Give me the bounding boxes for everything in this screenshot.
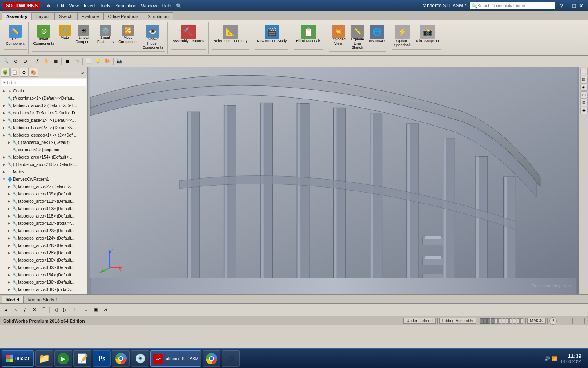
insert-components-btn[interactable]: ⊕ InsertComponents xyxy=(32,23,56,47)
right-btn-1[interactable]: ⬜ xyxy=(580,68,588,75)
tree-item[interactable]: ▶⚙Mates xyxy=(0,168,87,176)
tree-item[interactable]: ▶🔧fabberco_arco<124> (Default... xyxy=(0,235,87,242)
tree-item[interactable]: ▶🔧(-) fabberco_pe<1> (Default) xyxy=(0,139,87,146)
tab-model[interactable]: Model xyxy=(2,296,24,303)
exploded-view-btn[interactable]: 💥 ExplodedView xyxy=(329,23,347,47)
draw-btn-5[interactable]: ⌒ xyxy=(39,305,48,314)
tab-office-products[interactable]: Office Products xyxy=(103,12,143,20)
taskbar-app-daemon[interactable]: 💿 xyxy=(131,350,149,367)
right-btn-3[interactable]: ◈ xyxy=(580,83,588,91)
viewport[interactable]: Z X Y To activate the product xyxy=(88,67,579,294)
smart-fasteners-btn[interactable]: ⚙️ SmartFasteners xyxy=(96,23,115,45)
tree-item[interactable]: ▶🔧fabberco_arco<138> (roda<<... xyxy=(0,286,87,294)
take-snapshot-btn[interactable]: 📸 Take Snapshot xyxy=(414,23,441,45)
taskbar-app-photoshop[interactable]: Ps xyxy=(93,350,111,367)
panel-expand[interactable]: » xyxy=(79,69,86,76)
view-btn-appearance[interactable]: 🎨 xyxy=(103,57,112,66)
view-btn-shade[interactable]: ◼ xyxy=(63,57,72,66)
explode-line-sketch-btn[interactable]: 📏 ExplodeLineSketch xyxy=(349,23,366,51)
draw-btn-2[interactable]: ○ xyxy=(11,305,20,314)
tree-item[interactable]: ▼🔷DerivedCrvPattern1 xyxy=(0,176,87,183)
tree-item[interactable]: ▶🔧fabberco_arco<136> (Default... xyxy=(0,279,87,286)
tree-item[interactable]: ▶🔧fabberco_arco<134> (Default... xyxy=(0,272,87,279)
view-btn-rotate[interactable]: ↺ xyxy=(32,57,41,66)
draw-btn-7[interactable]: ▷ xyxy=(60,305,69,314)
start-button[interactable]: Iniciar xyxy=(2,350,34,367)
draw-btn-11[interactable]: ⊿ xyxy=(100,305,109,314)
edit-menu[interactable]: Edit xyxy=(54,2,66,9)
tab-assembly[interactable]: Assembly xyxy=(2,12,32,20)
draw-btn-9[interactable]: ▫ xyxy=(82,305,91,314)
taskbar-app-vdesk[interactable]: 🖥 xyxy=(222,350,240,367)
draw-btn-3[interactable]: / xyxy=(20,305,29,314)
view-menu[interactable]: View xyxy=(67,2,81,9)
tab-motion-study-1[interactable]: Motion Study 1 xyxy=(24,296,62,303)
tree-item[interactable]: ▶🔧fabberco_arco<2> (Default<<... xyxy=(0,183,87,191)
help-icon-status[interactable]: ? xyxy=(549,317,557,325)
view-btn-zoom-fit[interactable]: 🔍 xyxy=(2,57,11,66)
tree-item[interactable]: 🔧fabberco_arco<130> (Default... xyxy=(0,257,87,264)
tree-item[interactable]: ▶🔧fabberco_arco<126> (Default... xyxy=(0,242,87,249)
view-btn-zoom-out[interactable]: ⊖ xyxy=(20,57,29,66)
clock[interactable]: 11:39 18-03-2014 xyxy=(559,352,583,365)
draw-btn-8[interactable]: ⊥ xyxy=(70,305,79,314)
taskbar-app-explorer[interactable]: 📁 xyxy=(35,350,53,367)
mate-btn[interactable]: 🔗 Mate xyxy=(58,23,72,41)
taskbar-app-media[interactable]: ▶ xyxy=(54,350,72,367)
file-menu[interactable]: File xyxy=(42,2,54,9)
update-speedpak-btn[interactable]: ⚡ UpdateSpeedpak xyxy=(392,23,412,49)
right-btn-4[interactable]: ⬡ xyxy=(580,91,588,99)
tree-item[interactable]: ▶🔧fabberco_arco<128> (Default... xyxy=(0,249,87,257)
move-component-btn[interactable]: 🔀 MoveComponent xyxy=(117,23,139,45)
window-menu[interactable]: Window xyxy=(139,2,159,9)
right-btn-2[interactable]: ▤ xyxy=(580,76,588,83)
panel-btn-display[interactable]: 🎨 xyxy=(29,68,38,77)
tree-item[interactable]: ▶🔧fabberco_arco<122> (Default... xyxy=(0,227,87,235)
view-btn-pan[interactable]: ✋ xyxy=(42,57,51,66)
view-btn-display[interactable]: ▦ xyxy=(51,57,60,66)
view-btn-light[interactable]: 💡 xyxy=(94,57,102,66)
edit-component-btn[interactable]: ✏️ EditComponent xyxy=(4,23,27,47)
panel-btn-props[interactable]: 📋 xyxy=(10,68,19,77)
tree-item[interactable]: ▶🔧fabberco_base<2> -> (Default<<... xyxy=(0,124,87,132)
feature-tree[interactable]: ▶⊕Origin 🔧(f) corrimao<1> (Default<<Defa… xyxy=(0,87,87,294)
view-btn-wireframe[interactable]: ◻ xyxy=(72,57,81,66)
tree-item[interactable]: ▶🔧fabberco_arco<113> (Default... xyxy=(0,205,87,213)
search-forum-input[interactable] xyxy=(477,4,551,8)
panel-btn-tree[interactable]: 🌳 xyxy=(1,68,10,77)
tree-item[interactable]: ▶⊕Origin xyxy=(0,88,87,95)
linear-component-btn[interactable]: ⊞ LinearCompon... xyxy=(74,23,94,45)
tab-sketch[interactable]: Sketch xyxy=(54,12,77,20)
tab-evaluate[interactable]: Evaluate xyxy=(77,12,104,20)
panel-btn-config[interactable]: ⚙ xyxy=(20,68,29,77)
tree-item[interactable]: ▶🔧fabberco_base<1> -> (Default<<... xyxy=(0,117,87,124)
minimize-btn[interactable]: − xyxy=(565,3,571,9)
tree-item[interactable]: ▶🔧colchao<1> (Default<<Default>_D... xyxy=(0,110,87,117)
bill-of-materials-btn[interactable]: 📋 Bill of Materials xyxy=(294,23,323,45)
view-btn-extras[interactable]: 📷 xyxy=(115,57,124,66)
new-motion-study-btn[interactable]: 🎬 New Motion Study xyxy=(255,23,288,45)
tab-simulation[interactable]: Simulation xyxy=(143,12,173,20)
tree-item[interactable]: ▶🔧fabberco_estrado<1> -> (2<<Def... xyxy=(0,132,87,139)
show-hidden-btn[interactable]: 👁️ ShowHiddenComponents xyxy=(141,23,165,51)
close-btn[interactable]: ✕ xyxy=(578,3,585,9)
tab-layout[interactable]: Layout xyxy=(32,12,54,20)
assembly-features-btn[interactable]: 🔨 Assembly Features xyxy=(171,23,206,45)
simulation-menu[interactable]: Simulation xyxy=(113,2,138,9)
tree-item[interactable]: ▶🔧fabberco_arco<120> (roda<<... xyxy=(0,220,87,227)
right-btn-6[interactable]: ◉ xyxy=(580,107,588,114)
help-menu[interactable]: Help xyxy=(160,2,174,9)
draw-btn-10[interactable]: ▣ xyxy=(91,305,100,314)
instant3d-btn[interactable]: 🌐 Instant3D xyxy=(367,23,386,45)
tree-item[interactable]: 🔧corrimao<2> (pequeno) xyxy=(0,146,87,154)
tree-item[interactable]: ▶🔧fabberco_arco<111> (Default... xyxy=(0,198,87,205)
view-btn-zoom-in[interactable]: ⊕ xyxy=(11,57,20,66)
right-btn-5[interactable]: ⊞ xyxy=(580,99,588,106)
maximize-btn[interactable]: □ xyxy=(571,3,577,9)
view-btn-section[interactable]: ⬜ xyxy=(84,57,93,66)
taskbar-app-notes[interactable]: 📝 xyxy=(74,350,91,367)
draw-btn-6[interactable]: ◁ xyxy=(51,305,60,314)
tree-item[interactable]: ▶🔧fabberco_arco<1> (Default<<Defi... xyxy=(0,102,87,110)
tree-item[interactable]: ▶🔧fabberco_arco<154> (Default<... xyxy=(0,154,87,161)
help-btn-title[interactable]: ? xyxy=(559,3,564,9)
